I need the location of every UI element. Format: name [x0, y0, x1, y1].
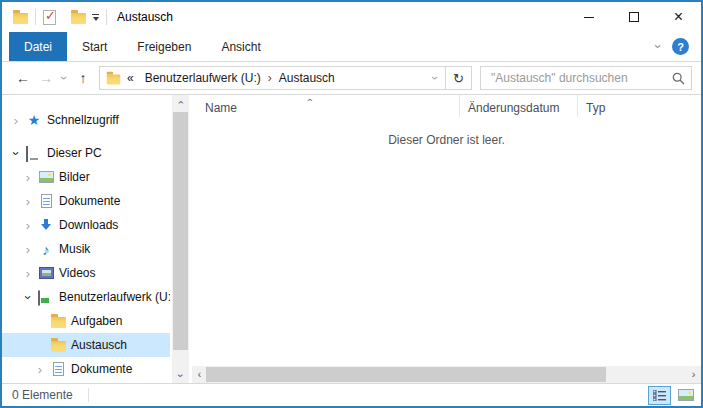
- scrollbar-thumb[interactable]: [173, 112, 188, 350]
- recent-locations-dropdown-icon[interactable]: ›: [57, 72, 71, 84]
- close-icon: ×: [674, 9, 683, 25]
- window-folder-icon: [13, 13, 28, 24]
- sidebar-item-label: Musik: [56, 242, 170, 256]
- chevron-right-icon[interactable]: ›: [32, 363, 48, 376]
- search-input[interactable]: [489, 70, 672, 86]
- address-bar[interactable]: « Benutzerlaufwerk (U:) › Austausch › ↻: [99, 66, 472, 90]
- details-view-button[interactable]: [648, 386, 671, 405]
- close-button[interactable]: ×: [656, 2, 701, 32]
- sidebar-item-benutzerlaufwerk[interactable]: › Benutzerlaufwerk (U:): [2, 285, 170, 309]
- status-bar: 0 Elemente: [2, 383, 701, 406]
- thumbnails-view-button[interactable]: [674, 386, 697, 405]
- scroll-up-icon[interactable]: ›: [173, 95, 188, 111]
- search-box[interactable]: [480, 66, 692, 90]
- tab-freigeben[interactable]: Freigeben: [122, 32, 206, 61]
- empty-folder-message: Dieser Ordner ist leer.: [192, 133, 701, 147]
- tab-start[interactable]: Start: [67, 32, 122, 61]
- sidebar-item-dokumente[interactable]: › Dokumente: [2, 189, 170, 213]
- column-header-aenderungsdatum[interactable]: Änderungsdatum: [460, 101, 577, 115]
- tab-ansicht[interactable]: Ansicht: [206, 32, 275, 61]
- download-arrow-icon: [36, 218, 56, 232]
- chevron-right-icon[interactable]: ›: [20, 219, 36, 232]
- document-icon: [48, 362, 68, 376]
- dropdown-triangle: [93, 17, 99, 21]
- folder-icon: [48, 338, 68, 352]
- music-note-icon: ♪: [36, 242, 56, 257]
- maximize-icon: [629, 12, 639, 22]
- sidebar-scrollbar[interactable]: › ›: [172, 95, 189, 383]
- minimize-icon: [584, 17, 594, 18]
- sidebar-item-label: Bilder: [56, 170, 170, 184]
- sidebar-item-label: Aufgaben: [68, 314, 170, 328]
- scrollbar-thumb[interactable]: [206, 367, 606, 382]
- horizontal-scrollbar[interactable]: › ›: [192, 366, 701, 383]
- sidebar-item-label: Austausch: [68, 338, 170, 352]
- sidebar-item-label: Videos: [56, 266, 170, 280]
- spacer: [63, 9, 64, 25]
- minimize-button[interactable]: [566, 2, 611, 32]
- quick-access-star-icon: ★: [24, 113, 44, 127]
- scroll-left-icon[interactable]: ›: [192, 366, 207, 383]
- forward-button[interactable]: →: [35, 71, 57, 85]
- breadcrumb-folder-icon: [107, 75, 121, 85]
- divider: [106, 9, 107, 25]
- sidebar-item-aufgaben[interactable]: Aufgaben: [2, 309, 170, 333]
- breadcrumb-overflow-icon[interactable]: «: [127, 71, 134, 85]
- new-folder-quick-access-icon[interactable]: [71, 13, 86, 24]
- navigation-pane: › ★ Schnellzugriff › Dieser PC › Bilder …: [2, 95, 192, 383]
- ribbon-right-controls: › ?: [656, 32, 701, 61]
- sidebar-item-musik[interactable]: › ♪ Musik: [2, 237, 170, 261]
- tab-datei[interactable]: Datei: [9, 32, 67, 61]
- sidebar-item-austausch[interactable]: Austausch: [2, 333, 170, 357]
- items-count: 0 Elemente: [12, 388, 73, 402]
- pictures-icon: [36, 171, 56, 183]
- chevron-right-icon[interactable]: ›: [20, 267, 36, 280]
- sidebar-item-dieser-pc[interactable]: › Dieser PC: [2, 141, 170, 165]
- refresh-button[interactable]: ↻: [446, 71, 471, 86]
- sidebar-item-bilder[interactable]: › Bilder: [2, 165, 170, 189]
- search-icon[interactable]: [672, 72, 685, 85]
- column-header-name[interactable]: Name: [192, 101, 459, 115]
- properties-quick-access-icon[interactable]: ✓: [43, 10, 56, 25]
- sidebar-item-downloads[interactable]: › Downloads: [2, 213, 170, 237]
- back-button[interactable]: ←: [11, 71, 35, 85]
- tree-group-gap: [2, 132, 192, 141]
- expand-ribbon-chevron-icon[interactable]: ›: [651, 44, 664, 48]
- up-button[interactable]: ↑: [71, 71, 95, 85]
- column-headers: › Name Änderungsdatum Typ: [192, 95, 701, 121]
- breadcrumb-drive[interactable]: Benutzerlaufwerk (U:): [138, 71, 268, 85]
- chevron-right-icon[interactable]: ›: [20, 243, 36, 256]
- details-view-icon: [653, 390, 666, 401]
- sidebar-item-label: Benutzerlaufwerk (U:): [56, 290, 170, 304]
- address-dropdown-icon[interactable]: ›: [425, 71, 445, 85]
- chevron-down-icon[interactable]: ›: [10, 145, 23, 161]
- sidebar-item-label: Dieser PC: [44, 146, 170, 160]
- ribbon-tabs: Datei Start Freigeben Ansicht › ?: [2, 32, 701, 62]
- breadcrumb-folder[interactable]: Austausch: [272, 71, 342, 85]
- sidebar-item-videos[interactable]: › Videos: [2, 261, 170, 285]
- help-button[interactable]: ?: [672, 38, 689, 55]
- sidebar-item-schnellzugriff[interactable]: › ★ Schnellzugriff: [2, 108, 170, 132]
- sidebar-item-dokumente-2[interactable]: › Dokumente: [2, 357, 170, 381]
- thumbnails-view-icon: [678, 389, 694, 401]
- divider: [88, 388, 89, 402]
- maximize-button[interactable]: [611, 2, 656, 32]
- file-list-pane: › Name Änderungsdatum Typ Dieser Ordner …: [192, 95, 701, 383]
- video-film-icon: [36, 267, 56, 279]
- chevron-down-icon[interactable]: ›: [22, 289, 35, 305]
- sidebar-item-label: Downloads: [56, 218, 170, 232]
- chevron-right-icon[interactable]: ›: [20, 171, 36, 184]
- explorer-window: ✓ Austausch × Datei Start Freigeben Ansi…: [0, 0, 703, 408]
- column-header-typ[interactable]: Typ: [578, 101, 605, 115]
- scroll-right-icon[interactable]: ›: [686, 366, 701, 383]
- window-title: Austausch: [117, 10, 173, 24]
- sidebar-item-label: Schnellzugriff: [44, 113, 170, 127]
- titlebar: ✓ Austausch ×: [2, 2, 701, 32]
- chevron-right-icon[interactable]: ›: [8, 114, 24, 127]
- view-toggle-buttons: [648, 386, 701, 405]
- sidebar-item-label: Dokumente: [68, 362, 170, 376]
- chevron-right-icon[interactable]: ›: [20, 195, 36, 208]
- scroll-down-icon[interactable]: ›: [173, 367, 188, 383]
- customize-quick-access-dropdown-icon[interactable]: [92, 14, 99, 21]
- dropdown-bar: [92, 14, 99, 15]
